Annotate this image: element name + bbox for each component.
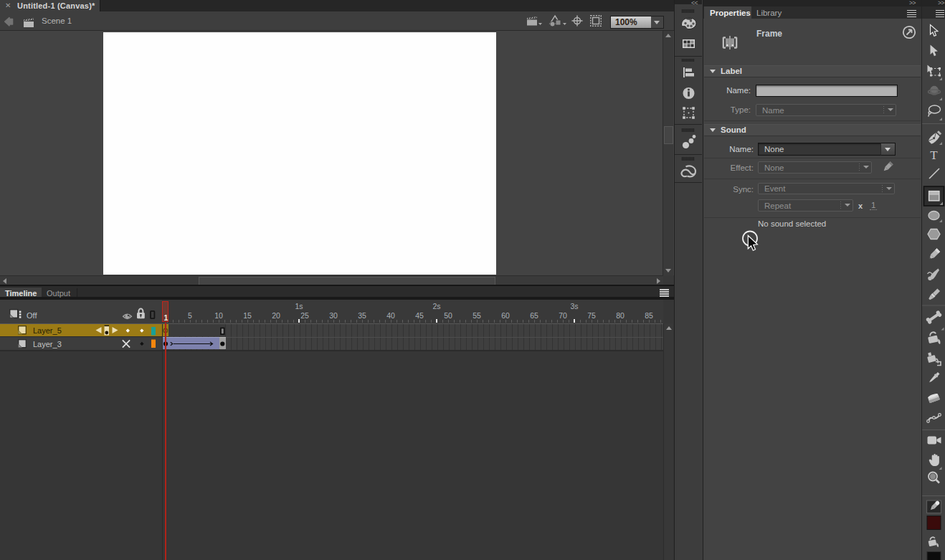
svg-text:Layer_3: Layer_3 xyxy=(33,340,62,348)
svg-text:Layer_5: Layer_5 xyxy=(33,326,62,335)
svg-text:Off: Off xyxy=(27,311,37,320)
svg-text:T: T xyxy=(930,148,938,162)
